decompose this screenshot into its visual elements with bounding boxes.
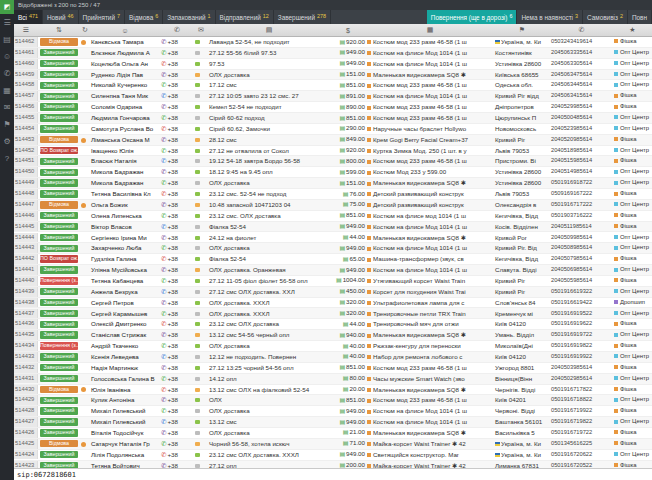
phone-cell[interactable]: ✆+38 [160, 200, 194, 210]
call-icon[interactable]: ✆ [161, 157, 166, 164]
menu-icon[interactable]: ☰ [14, 24, 38, 36]
chat-icon[interactable] [195, 116, 200, 120]
status-cell[interactable]: Завершений [38, 417, 80, 426]
source-column-icon[interactable]: ★ [613, 24, 652, 36]
table-row[interactable]: 514440Повернення (з...Тетяна Кабанцева✆+… [14, 276, 652, 287]
client-name[interactable]: Руденко Лідія Пав [90, 70, 160, 80]
phone-cell[interactable]: ✆+38 [160, 135, 194, 145]
message-cell[interactable] [194, 91, 208, 101]
phone-cell[interactable]: ✆+38 [160, 352, 194, 362]
client-phone-number[interactable]: 0501345616225 [550, 439, 613, 449]
client-phone-number[interactable]: 2040520985614 [550, 135, 613, 145]
chat-icon[interactable] [195, 83, 200, 87]
call-icon[interactable]: ✆ [161, 288, 166, 295]
phone-cell[interactable]: ✆+38 [160, 374, 194, 384]
client-phone-number[interactable]: 2040515985614 [550, 156, 613, 166]
status-cell[interactable]: Завершений [38, 363, 80, 372]
phone-cell[interactable]: ✆+38 [160, 80, 194, 90]
client-phone-number[interactable]: 0501916919622 [550, 319, 613, 329]
phone-cell[interactable]: ✆+38 [160, 428, 194, 438]
message-cell[interactable] [194, 80, 208, 90]
client-name[interactable]: Силенпна Таня Мик [90, 91, 160, 101]
client-name[interactable]: Андрій Ткаченко [90, 341, 160, 351]
table-row[interactable]: 514438ЗавершенийСергей Петров✆+38ОЛХ дос… [14, 298, 652, 309]
sort-status-icon[interactable]: ⇅ [38, 24, 80, 36]
phone-cell[interactable]: ✆+38 [160, 70, 194, 80]
client-name[interactable]: Канєвська Тамара [90, 37, 160, 47]
message-cell[interactable] [194, 113, 208, 123]
client-icon[interactable]: ☺ [90, 24, 160, 36]
client-phone-number[interactable]: 2045063335614 [550, 48, 613, 58]
product-name[interactable]: Маленькая видеокамера SQ8 ✱ [366, 233, 494, 243]
tab-novyi[interactable]: Новий46 [43, 10, 79, 24]
message-cell[interactable] [194, 135, 208, 145]
client-name[interactable]: Блєзнюк Людмила А [90, 48, 160, 58]
client-phone-number[interactable]: 0501916718822 [550, 395, 613, 405]
call-icon[interactable]: ✆ [161, 266, 166, 273]
table-row[interactable]: 514449ЗавершенийМикола Бадражан✆+38ОЛХ д… [14, 178, 652, 189]
status-cell[interactable]: Завершений [38, 81, 80, 90]
status-cell[interactable]: Завершений [38, 48, 80, 57]
client-phone-number[interactable]: 2045063475614 [550, 70, 613, 80]
table-row[interactable]: 514436ЗавершенийОлексій Дмитренко✆+3823.… [14, 319, 652, 330]
call-icon[interactable]: ✆ [161, 147, 166, 154]
status-cell[interactable]: Завершений [38, 374, 80, 383]
product-name[interactable]: Наручные часы браслет Hollywo [366, 124, 494, 134]
call-icon[interactable]: ✆ [161, 168, 166, 175]
message-cell[interactable] [194, 48, 208, 58]
product-name[interactable]: Костюм мод 233 разм 46-58 (1 ш [366, 80, 494, 90]
client-name[interactable]: Микола Бадражан [90, 178, 160, 188]
chat-icon[interactable] [195, 398, 200, 402]
client-name[interactable]: Ольга Божик [90, 200, 160, 210]
table-row[interactable]: 514451ЗавершенийВласюк Наталія✆+3819.12 … [14, 156, 652, 167]
chat-icon[interactable] [195, 40, 200, 44]
table-row[interactable]: 514432ЗавершенийНадія Мартинюк✆+3827.12 … [14, 363, 652, 374]
client-name[interactable]: Коцелюба Ольга Ан [90, 59, 160, 69]
table-row[interactable]: 514443ЗавершенийЗахарченко Люба✆+38ОЛХ д… [14, 243, 652, 254]
phone-cell[interactable]: ✆+38 [160, 341, 194, 351]
status-cell[interactable]: Завершений [38, 157, 80, 166]
phone-cell[interactable]: ✆+38 [160, 287, 194, 297]
client-phone-number[interactable]: 2040503985614 [550, 363, 613, 373]
app-logo[interactable]: ◩ [0, 0, 14, 14]
client-name[interactable]: Тетяна Кабанцева [90, 276, 160, 286]
status-cell[interactable]: Завершений [38, 428, 80, 437]
region-column-icon[interactable]: ⚑ [494, 24, 550, 36]
chat-icon[interactable] [195, 464, 200, 468]
client-name[interactable]: Сергей Петров [90, 298, 160, 308]
product-name[interactable]: Маленькая видеокамера SQ8 ✱ [366, 70, 494, 80]
message-cell[interactable] [194, 374, 208, 384]
phone-column-icon[interactable]: ✆ [160, 24, 194, 36]
client-name[interactable]: Микола Бадражан [90, 167, 160, 177]
phone-cell[interactable]: ✆+38 [160, 450, 194, 460]
chat-icon[interactable] [195, 149, 200, 153]
table-row[interactable]: 514444ЗавершенийСергіенко Ірина Ми✆+3824… [14, 232, 652, 243]
phone-cell[interactable]: ✆+38 [160, 146, 194, 156]
message-cell[interactable] [194, 70, 208, 80]
status-cell[interactable]: Завершений [38, 287, 80, 296]
phone-cell[interactable]: ✆+38 [160, 319, 194, 329]
client-name[interactable]: Тетяна Войтович [90, 461, 160, 468]
phone-cell[interactable]: ✆+38 [160, 298, 194, 308]
status-cell[interactable]: Завершений [38, 124, 80, 133]
contacts-icon[interactable]: ☺ [0, 48, 14, 65]
chat-icon[interactable] [195, 453, 200, 457]
status-cell[interactable]: Завершений [38, 406, 80, 415]
client-name[interactable]: Сергей Карамышев [90, 309, 160, 319]
call-icon[interactable]: ✆ [161, 364, 166, 371]
call-icon[interactable]: ✆ [161, 81, 166, 88]
product-name[interactable]: Куртка Зимка Мод. 250 (1 шт. в у [366, 146, 494, 156]
client-phone-number[interactable]: 0501916619422 [550, 298, 613, 308]
tab-pryiniatyi[interactable]: Прийнятий7 [79, 10, 125, 24]
status-cell[interactable]: Завершений [38, 320, 80, 329]
client-phone-number[interactable]: 0501916918722 [550, 178, 613, 188]
product-name[interactable]: Костюм мод 233 разм 46-58 (1 ш [366, 363, 494, 373]
product-name[interactable]: Детский развивающий конструк [366, 200, 494, 210]
message-cell[interactable] [194, 189, 208, 199]
call-icon[interactable]: ✆ [161, 38, 166, 45]
call-icon[interactable]: ✆ [161, 375, 166, 382]
call-icon[interactable]: ✆ [161, 114, 166, 121]
table-row[interactable]: 514426ЗавершенийВіталія Тодосійчук✆+38ОЛ… [14, 428, 652, 439]
client-name[interactable]: Соломія Одарина [90, 102, 160, 112]
chat-icon[interactable] [195, 290, 200, 294]
